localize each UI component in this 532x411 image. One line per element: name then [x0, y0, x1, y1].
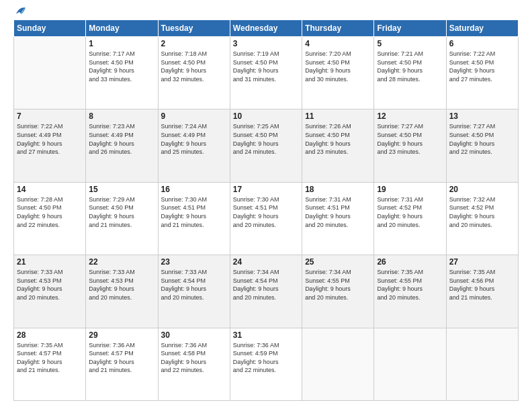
day-info: Sunrise: 7:29 AM Sunset: 4:50 PM Dayligh…	[89, 195, 154, 229]
calendar-cell: 31Sunrise: 7:36 AM Sunset: 4:59 PM Dayli…	[230, 328, 302, 400]
page: SundayMondayTuesdayWednesdayThursdayFrid…	[0, 0, 532, 411]
calendar-cell: 19Sunrise: 7:31 AM Sunset: 4:52 PM Dayli…	[374, 182, 446, 255]
day-info: Sunrise: 7:21 AM Sunset: 4:50 PM Dayligh…	[377, 50, 443, 83]
logo	[13, 10, 27, 14]
day-number: 10	[233, 111, 299, 121]
day-number: 9	[161, 111, 227, 121]
day-info: Sunrise: 7:33 AM Sunset: 4:53 PM Dayligh…	[89, 268, 154, 302]
calendar-cell: 3Sunrise: 7:19 AM Sunset: 4:50 PM Daylig…	[230, 37, 302, 109]
day-number: 23	[161, 257, 227, 267]
day-number: 5	[377, 39, 443, 48]
calendar-header-monday: Monday	[86, 20, 158, 37]
calendar-cell	[374, 328, 446, 400]
day-number: 29	[89, 330, 154, 340]
day-info: Sunrise: 7:36 AM Sunset: 4:59 PM Dayligh…	[233, 341, 299, 375]
day-info: Sunrise: 7:31 AM Sunset: 4:51 PM Dayligh…	[305, 195, 371, 229]
day-info: Sunrise: 7:33 AM Sunset: 4:54 PM Dayligh…	[161, 268, 227, 302]
day-number: 17	[233, 185, 299, 194]
day-number: 24	[233, 257, 299, 267]
calendar-cell: 30Sunrise: 7:36 AM Sunset: 4:58 PM Dayli…	[158, 328, 230, 400]
calendar-cell: 10Sunrise: 7:25 AM Sunset: 4:50 PM Dayli…	[230, 109, 302, 182]
day-info: Sunrise: 7:17 AM Sunset: 4:50 PM Dayligh…	[89, 50, 154, 83]
day-info: Sunrise: 7:31 AM Sunset: 4:52 PM Dayligh…	[377, 195, 443, 229]
calendar-header-saturday: Saturday	[446, 20, 518, 37]
day-number: 19	[377, 185, 443, 194]
day-number: 27	[449, 257, 515, 267]
calendar-header-sunday: Sunday	[14, 20, 86, 37]
day-number: 21	[17, 257, 83, 267]
calendar-header-thursday: Thursday	[302, 20, 374, 37]
day-number: 14	[17, 185, 83, 194]
day-number: 26	[377, 257, 443, 267]
calendar-cell: 27Sunrise: 7:35 AM Sunset: 4:56 PM Dayli…	[446, 255, 518, 328]
calendar-cell: 13Sunrise: 7:27 AM Sunset: 4:50 PM Dayli…	[446, 109, 518, 182]
calendar-cell: 1Sunrise: 7:17 AM Sunset: 4:50 PM Daylig…	[86, 37, 158, 109]
calendar-week-row: 14Sunrise: 7:28 AM Sunset: 4:50 PM Dayli…	[14, 182, 519, 255]
calendar-cell	[14, 37, 86, 109]
calendar: SundayMondayTuesdayWednesdayThursdayFrid…	[13, 19, 519, 401]
day-info: Sunrise: 7:34 AM Sunset: 4:55 PM Dayligh…	[305, 268, 371, 302]
calendar-week-row: 7Sunrise: 7:22 AM Sunset: 4:49 PM Daylig…	[14, 109, 519, 182]
day-info: Sunrise: 7:32 AM Sunset: 4:52 PM Dayligh…	[449, 195, 515, 229]
day-number: 6	[449, 39, 515, 48]
calendar-header-wednesday: Wednesday	[230, 20, 302, 37]
calendar-cell: 22Sunrise: 7:33 AM Sunset: 4:53 PM Dayli…	[86, 255, 158, 328]
day-number: 15	[89, 185, 154, 194]
day-info: Sunrise: 7:36 AM Sunset: 4:57 PM Dayligh…	[89, 341, 154, 375]
calendar-cell: 2Sunrise: 7:18 AM Sunset: 4:50 PM Daylig…	[158, 37, 230, 109]
calendar-header-friday: Friday	[374, 20, 446, 37]
day-info: Sunrise: 7:22 AM Sunset: 4:50 PM Dayligh…	[449, 50, 515, 83]
calendar-cell: 9Sunrise: 7:24 AM Sunset: 4:49 PM Daylig…	[158, 109, 230, 182]
calendar-cell: 26Sunrise: 7:35 AM Sunset: 4:55 PM Dayli…	[374, 255, 446, 328]
day-number: 25	[305, 257, 371, 267]
day-info: Sunrise: 7:18 AM Sunset: 4:50 PM Dayligh…	[161, 50, 227, 83]
day-number: 4	[305, 39, 371, 48]
day-info: Sunrise: 7:24 AM Sunset: 4:49 PM Dayligh…	[161, 122, 227, 156]
day-number: 30	[161, 330, 227, 340]
day-number: 13	[449, 111, 515, 121]
day-info: Sunrise: 7:34 AM Sunset: 4:54 PM Dayligh…	[233, 268, 299, 302]
calendar-header-row: SundayMondayTuesdayWednesdayThursdayFrid…	[14, 20, 519, 37]
calendar-cell: 11Sunrise: 7:26 AM Sunset: 4:50 PM Dayli…	[302, 109, 374, 182]
day-info: Sunrise: 7:33 AM Sunset: 4:53 PM Dayligh…	[17, 268, 83, 302]
calendar-cell: 8Sunrise: 7:23 AM Sunset: 4:49 PM Daylig…	[86, 109, 158, 182]
day-number: 1	[89, 39, 154, 48]
day-number: 18	[305, 185, 371, 194]
calendar-cell	[302, 328, 374, 400]
day-info: Sunrise: 7:30 AM Sunset: 4:51 PM Dayligh…	[233, 195, 299, 229]
calendar-cell: 20Sunrise: 7:32 AM Sunset: 4:52 PM Dayli…	[446, 182, 518, 255]
day-info: Sunrise: 7:22 AM Sunset: 4:49 PM Dayligh…	[17, 122, 83, 156]
day-number: 31	[233, 330, 299, 340]
day-number: 2	[161, 39, 227, 48]
calendar-cell	[446, 328, 518, 400]
calendar-cell: 5Sunrise: 7:21 AM Sunset: 4:50 PM Daylig…	[374, 37, 446, 109]
calendar-cell: 25Sunrise: 7:34 AM Sunset: 4:55 PM Dayli…	[302, 255, 374, 328]
calendar-header-tuesday: Tuesday	[158, 20, 230, 37]
day-number: 20	[449, 185, 515, 194]
calendar-week-row: 28Sunrise: 7:35 AM Sunset: 4:57 PM Dayli…	[14, 328, 519, 400]
day-info: Sunrise: 7:27 AM Sunset: 4:50 PM Dayligh…	[449, 122, 515, 156]
day-number: 16	[161, 185, 227, 194]
calendar-cell: 23Sunrise: 7:33 AM Sunset: 4:54 PM Dayli…	[158, 255, 230, 328]
day-info: Sunrise: 7:27 AM Sunset: 4:50 PM Dayligh…	[377, 122, 443, 156]
calendar-week-row: 1Sunrise: 7:17 AM Sunset: 4:50 PM Daylig…	[14, 37, 519, 109]
calendar-cell: 24Sunrise: 7:34 AM Sunset: 4:54 PM Dayli…	[230, 255, 302, 328]
day-number: 3	[233, 39, 299, 48]
day-info: Sunrise: 7:35 AM Sunset: 4:55 PM Dayligh…	[377, 268, 443, 302]
calendar-cell: 18Sunrise: 7:31 AM Sunset: 4:51 PM Dayli…	[302, 182, 374, 255]
day-info: Sunrise: 7:23 AM Sunset: 4:49 PM Dayligh…	[89, 122, 154, 156]
calendar-cell: 28Sunrise: 7:35 AM Sunset: 4:57 PM Dayli…	[14, 328, 86, 400]
calendar-cell: 21Sunrise: 7:33 AM Sunset: 4:53 PM Dayli…	[14, 255, 86, 328]
day-info: Sunrise: 7:26 AM Sunset: 4:50 PM Dayligh…	[305, 122, 371, 156]
day-number: 12	[377, 111, 443, 121]
day-number: 8	[89, 111, 154, 121]
day-number: 11	[305, 111, 371, 121]
calendar-cell: 6Sunrise: 7:22 AM Sunset: 4:50 PM Daylig…	[446, 37, 518, 109]
day-number: 22	[89, 257, 154, 267]
calendar-cell: 15Sunrise: 7:29 AM Sunset: 4:50 PM Dayli…	[86, 182, 158, 255]
day-info: Sunrise: 7:35 AM Sunset: 4:56 PM Dayligh…	[449, 268, 515, 302]
calendar-cell: 4Sunrise: 7:20 AM Sunset: 4:50 PM Daylig…	[302, 37, 374, 109]
header	[13, 10, 519, 14]
calendar-cell: 16Sunrise: 7:30 AM Sunset: 4:51 PM Dayli…	[158, 182, 230, 255]
day-info: Sunrise: 7:20 AM Sunset: 4:50 PM Dayligh…	[305, 50, 371, 83]
